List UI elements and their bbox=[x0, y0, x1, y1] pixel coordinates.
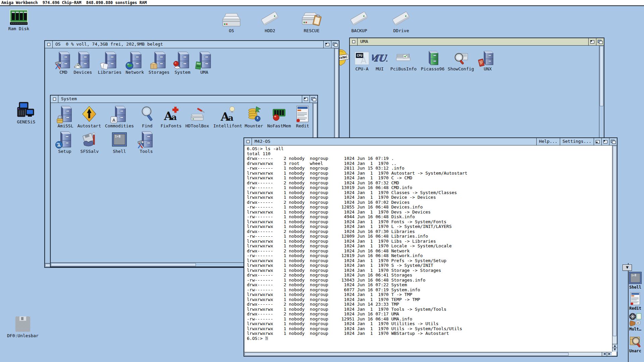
svg-text:a: a bbox=[228, 113, 233, 123]
drivefront-icon bbox=[221, 12, 242, 27]
floppy-icon bbox=[13, 316, 33, 333]
uma-window-title: UMA bbox=[358, 38, 371, 45]
genesis-icon bbox=[16, 102, 36, 119]
icon-backup[interactable]: BACKUP bbox=[344, 10, 375, 33]
driveiso-icon bbox=[260, 10, 280, 27]
icon-ram-disk[interactable]: Ram Disk bbox=[3, 9, 35, 31]
icon-os[interactable]: OS bbox=[216, 12, 247, 33]
svg-text:a: a bbox=[171, 112, 177, 122]
icon-label: UNX bbox=[471, 66, 504, 71]
terminal-settings-button[interactable]: Settings... bbox=[560, 138, 594, 145]
pcibus-icon bbox=[396, 50, 411, 66]
svg-text:CPU: CPU bbox=[357, 54, 362, 57]
cab-book-icon bbox=[75, 51, 90, 69]
icon-hdd2[interactable]: HDD2 bbox=[255, 10, 285, 33]
cab-steel-icon bbox=[480, 50, 495, 66]
fontsbulb-icon: Aa bbox=[220, 105, 235, 123]
icon-redit[interactable]: Redit bbox=[626, 292, 644, 311]
os-titlebar[interactable]: OS 0 % voll, 74,3GB frei, 202,9MB belegt bbox=[45, 41, 339, 48]
terminal-vertical-scrollbar[interactable]: ▲ ▼ bbox=[612, 145, 617, 352]
terminal-cursor bbox=[265, 337, 268, 340]
terminal-depth-icon[interactable] bbox=[609, 138, 617, 145]
icon-label: PciBusInfo bbox=[387, 66, 420, 71]
icon-label: DF0:Unlesbar bbox=[2, 333, 44, 338]
rescue-icon bbox=[301, 11, 322, 27]
terminal-window-title: M42-OS bbox=[252, 138, 273, 145]
icon-label: BACKUP bbox=[344, 28, 375, 33]
icon-label: Autostart bbox=[72, 123, 106, 128]
uma-close-icon[interactable] bbox=[350, 38, 358, 45]
icon-label: Tools bbox=[129, 149, 163, 154]
dock-collapse-button[interactable]: ▼ bbox=[623, 264, 632, 271]
unarc-icon bbox=[628, 335, 643, 348]
diamond-icon bbox=[82, 105, 97, 123]
icon-autostart[interactable]: Autostart bbox=[72, 105, 106, 128]
icon-rescue[interactable]: RESCUE bbox=[296, 11, 327, 33]
icon-label: Shell bbox=[626, 285, 644, 290]
os-window-title: OS 0 % voll, 74,3GB frei, 202,9MB belegt bbox=[53, 41, 166, 48]
window-terminal: M42-OS Help... Settings... 6.OS:> ls -al… bbox=[244, 137, 618, 357]
terminal-horizontal-scrollbar[interactable]: ◀ ▶ bbox=[244, 352, 612, 356]
icon-shell[interactable]: 1>Shell bbox=[626, 272, 644, 290]
mounter-icon bbox=[246, 105, 262, 123]
terminal-output[interactable]: 6.OS:> ls -all total 110 drwx------ 2 no… bbox=[245, 145, 612, 352]
uma-depth-icon[interactable] bbox=[596, 38, 604, 45]
icon-label: Ram Disk bbox=[3, 26, 35, 31]
shellterm-icon: 1> bbox=[628, 272, 642, 284]
os-close-icon[interactable] bbox=[45, 41, 53, 48]
icon-pcibusinfo[interactable]: PciBusInfo bbox=[387, 50, 420, 71]
hdtool-icon bbox=[190, 105, 205, 123]
svg-text:MUI: MUI bbox=[372, 53, 387, 64]
system-window-title: System bbox=[58, 96, 79, 103]
system-depth-icon[interactable] bbox=[310, 96, 317, 103]
icon-sfssalv[interactable]: SFSSalv bbox=[73, 131, 106, 154]
cab-plug-icon bbox=[57, 131, 72, 148]
icon-tools[interactable]: Tools bbox=[129, 131, 163, 154]
cab-keya-icon: A bbox=[112, 105, 127, 123]
terminal-titlebar[interactable]: M42-OS Help... Settings... bbox=[244, 138, 617, 145]
icon-label: HDToolBox bbox=[180, 123, 214, 128]
cab-globe-icon bbox=[127, 51, 142, 69]
icon-genesis[interactable]: GENESiS bbox=[7, 102, 45, 124]
icon-mult-[interactable]: AMult… bbox=[626, 313, 644, 331]
uma-titlebar[interactable]: UMA bbox=[350, 38, 604, 46]
terminal-close-icon[interactable] bbox=[244, 138, 252, 145]
icon-label: Mult… bbox=[626, 327, 644, 331]
svg-text:1>: 1> bbox=[631, 274, 635, 277]
menubar[interactable]: Amiga Workbench 974.696 Chip-RAM 848.090… bbox=[0, 0, 644, 6]
icon-unx[interactable]: UNX bbox=[471, 50, 504, 71]
system-close-icon[interactable] bbox=[51, 96, 58, 103]
terminal-zoom-icon[interactable] bbox=[601, 138, 609, 145]
nofast-icon bbox=[271, 105, 287, 123]
cab-box-icon bbox=[152, 51, 166, 69]
system-titlebar[interactable]: System bbox=[51, 96, 317, 103]
icon-label: DDrive bbox=[386, 28, 417, 33]
terminal-iconify-icon[interactable] bbox=[594, 138, 601, 145]
cab-card-icon bbox=[197, 51, 212, 69]
driveiso-icon bbox=[391, 10, 411, 27]
system-zoom-icon[interactable] bbox=[302, 96, 310, 103]
icon-unarc[interactable]: Unarc bbox=[626, 335, 644, 353]
os-depth-icon[interactable] bbox=[331, 41, 339, 48]
icon-ddrive[interactable]: DDrive bbox=[386, 10, 417, 33]
cab-hammer-icon bbox=[139, 131, 154, 148]
icon-label: HDD2 bbox=[255, 28, 285, 33]
shellterm-icon: 1> bbox=[112, 131, 127, 148]
uma-vertical-scrollbar[interactable] bbox=[599, 46, 604, 142]
icon-df0-unlesbar[interactable]: DF0:Unlesbar bbox=[2, 316, 44, 338]
terminal-help-button[interactable]: Help... bbox=[536, 138, 560, 145]
window-uma: UMA ACPUCPU-AMUIMUIPciBusInfo Picasso96S… bbox=[349, 38, 604, 146]
icon-uma[interactable]: UMA bbox=[187, 51, 221, 75]
svg-text:1>: 1> bbox=[115, 135, 118, 138]
icon-redit[interactable]: Redit bbox=[286, 105, 319, 128]
terminal-text: 6.OS:> ls -all total 110 drwx------ 2 no… bbox=[245, 145, 612, 341]
uma-zoom-icon[interactable] bbox=[588, 38, 596, 45]
reditdoc-icon bbox=[629, 292, 641, 305]
icon-hdtoolbox[interactable]: HDToolBox bbox=[180, 105, 214, 128]
icon-label: Redit bbox=[286, 123, 319, 128]
mui-icon: MUI bbox=[372, 50, 387, 66]
fontscross-icon: Aa bbox=[163, 105, 179, 123]
sfssalv-icon bbox=[82, 131, 97, 148]
cab-green-icon bbox=[425, 50, 440, 66]
os-zoom-icon[interactable] bbox=[323, 41, 331, 48]
